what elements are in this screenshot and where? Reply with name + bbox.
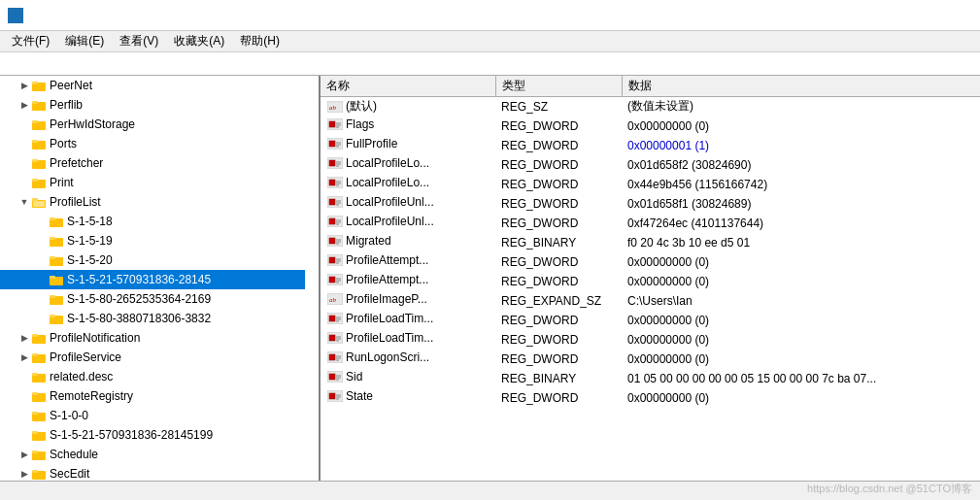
col-header-type[interactable]: 类型 <box>495 76 622 97</box>
table-row[interactable]: LocalProfileUnl... REG_DWORD 0x01d658f1 … <box>321 194 980 214</box>
tree-label: S-1-5-18 <box>67 215 113 228</box>
svg-rect-130 <box>329 393 335 399</box>
close-button[interactable] <box>928 0 972 31</box>
cell-data: (数值未设置) <box>622 97 980 117</box>
col-header-name[interactable]: 名称 <box>321 76 495 97</box>
cell-name: ProfileLoadTim... <box>321 311 495 326</box>
cell-name: LocalProfileLo... <box>321 155 495 171</box>
tree-item-profileNotif[interactable]: ▶ ProfileNotification <box>0 328 305 348</box>
tree-label: Prefetcher <box>50 156 103 170</box>
svg-rect-13 <box>32 159 38 162</box>
svg-rect-62 <box>329 160 335 166</box>
tree-label: ProfileNotification <box>50 331 140 345</box>
tree-label: S-1-5-21-570931836-28145199 <box>50 428 213 442</box>
table-row[interactable]: FullProfile REG_DWORD 0x00000001 (1) <box>321 136 980 155</box>
tree-item-profileSvc[interactable]: ▶ ProfileService <box>0 348 305 367</box>
svg-rect-5 <box>32 82 38 84</box>
title-bar <box>0 0 980 31</box>
cell-data: 0x00000000 (0) <box>622 388 980 408</box>
svg-text:ab: ab <box>329 296 337 304</box>
folder-icon <box>31 467 47 481</box>
tree-item-peerNet[interactable]: ▶ PeerNet <box>0 76 305 95</box>
tree-label: ProfileService <box>50 350 121 364</box>
expander-secEdit: ▶ <box>17 467 31 481</box>
table-row[interactable]: LocalProfileUnl... REG_DWORD 0xf47264ec … <box>321 214 980 233</box>
folder-icon <box>49 234 64 248</box>
cell-type: REG_DWORD <box>495 272 622 291</box>
cell-type: REG_DWORD <box>495 252 622 272</box>
cell-data: 0x00000000 (0) <box>622 350 980 369</box>
tree-item-prefetcher[interactable]: ▶ Prefetcher <box>0 153 305 173</box>
svg-rect-28 <box>50 295 55 298</box>
registry-panel: 名称 类型 数据 ab (默认) REG_SZ (数值未设置) <box>321 76 980 481</box>
table-row[interactable]: RunLogonScri... REG_DWORD 0x00000000 (0) <box>321 350 980 369</box>
cell-data: 0x00000000 (0) <box>622 272 980 291</box>
table-row[interactable]: Migrated REG_BINARY f0 20 4c 3b 10 ee d5… <box>321 233 980 252</box>
svg-rect-80 <box>329 218 335 224</box>
tree-item-s1526[interactable]: ▶ S-1-5-80-2652535364-2169 <box>0 289 305 309</box>
tree-item-profileList[interactable]: ▼ ProfileList <box>0 192 305 212</box>
cell-type: REG_DWORD <box>495 350 622 369</box>
expander-schedule: ▶ <box>17 448 31 461</box>
cell-data: 0x00000000 (0) <box>622 117 980 136</box>
tree-item-s1519[interactable]: ▶ S-1-5-19 <box>0 231 305 250</box>
menu-edit[interactable]: 编辑(E) <box>57 31 112 51</box>
table-row[interactable]: ProfileLoadTim... REG_DWORD 0x00000000 (… <box>321 311 980 330</box>
folder-icon <box>31 389 47 403</box>
tree-item-s1520[interactable]: ▶ S-1-5-20 <box>0 250 305 270</box>
folder-icon <box>49 253 64 267</box>
tree-item-s15long[interactable]: ▶ S-1-5-21-570931836-28145199 <box>0 425 305 445</box>
tree-item-s15selected[interactable]: ▶ S-1-5-21-570931836-28145 <box>0 270 305 289</box>
status-bar <box>0 481 980 500</box>
table-row[interactable]: Flags REG_DWORD 0x00000000 (0) <box>321 117 980 136</box>
tree-item-s1518[interactable]: ▶ S-1-5-18 <box>0 212 305 231</box>
tree-item-print[interactable]: ▶ Print <box>0 173 305 192</box>
table-row[interactable]: ProfileAttempt... REG_DWORD 0x00000000 (… <box>321 252 980 272</box>
menu-favorites[interactable]: 收藏夹(A) <box>166 31 232 51</box>
menu-view[interactable]: 查看(V) <box>112 31 166 51</box>
col-header-data[interactable]: 数据 <box>622 76 980 97</box>
tree-item-perflib[interactable]: ▶ Perflib <box>0 95 305 115</box>
cell-name: State <box>321 388 495 404</box>
cell-data: 0x00000000 (0) <box>622 252 980 272</box>
tree-item-ports[interactable]: ▶ Ports <box>0 134 305 153</box>
tree-item-s100[interactable]: ▶ S-1-0-0 <box>0 406 305 425</box>
svg-rect-2 <box>9 17 15 22</box>
expander-profileList: ▼ <box>17 195 31 209</box>
maximize-button[interactable] <box>883 0 928 31</box>
table-row[interactable]: LocalProfileLo... REG_DWORD 0x44e9b456 (… <box>321 175 980 194</box>
svg-rect-68 <box>329 180 335 185</box>
tree-item-remoteReg[interactable]: ▶ RemoteRegistry <box>0 386 305 406</box>
tree-item-perHwId[interactable]: ▶ PerHwIdStorage <box>0 115 305 134</box>
table-row[interactable]: ProfileAttempt... REG_DWORD 0x00000000 (… <box>321 272 980 291</box>
table-row[interactable]: Sid REG_BINARY 01 05 00 00 00 00 00 05 1… <box>321 369 980 388</box>
menu-help[interactable]: 帮助(H) <box>232 31 287 51</box>
svg-rect-50 <box>329 121 335 127</box>
table-row[interactable]: State REG_DWORD 0x00000000 (0) <box>321 388 980 408</box>
tree-item-s1580[interactable]: ▶ S-1-5-80-3880718306-3832 <box>0 309 305 328</box>
svg-rect-92 <box>329 257 335 263</box>
tree-label: S-1-5-20 <box>67 253 113 267</box>
menu-file[interactable]: 文件(F) <box>4 31 57 51</box>
svg-rect-17 <box>32 198 38 201</box>
folder-icon <box>31 331 47 345</box>
tree-item-schedule[interactable]: ▶ Schedule <box>0 445 305 464</box>
cell-data: 0x00000000 (0) <box>622 311 980 330</box>
tree-label: Perflib <box>50 98 83 112</box>
tree-scroll[interactable]: ▶ PeerNet ▶ Perflib ▶ PerHwIdStorage <box>0 76 319 481</box>
table-row[interactable]: ProfileLoadTim... REG_DWORD 0x00000000 (… <box>321 330 980 350</box>
cell-type: REG_DWORD <box>495 388 622 408</box>
svg-rect-15 <box>32 179 38 182</box>
tree-item-relatedDesc[interactable]: ▶ related.desc <box>0 367 305 386</box>
cell-name: FullProfile <box>321 136 495 151</box>
table-row[interactable]: LocalProfileLo... REG_DWORD 0x01d658f2 (… <box>321 155 980 175</box>
table-row[interactable]: ab ProfileImageP... REG_EXPAND_SZ C:\Use… <box>321 291 980 311</box>
cell-type: REG_DWORD <box>495 330 622 350</box>
cell-name: RunLogonScri... <box>321 350 495 365</box>
table-row[interactable]: ab (默认) REG_SZ (数值未设置) <box>321 97 980 117</box>
table-header-row: 名称 类型 数据 <box>321 76 980 97</box>
minimize-button[interactable] <box>838 0 883 31</box>
tree-item-secEdit[interactable]: ▶ SecEdit <box>0 464 305 481</box>
main-content: ▶ PeerNet ▶ Perflib ▶ PerHwIdStorage <box>0 76 980 481</box>
cell-type: REG_BINARY <box>495 233 622 252</box>
